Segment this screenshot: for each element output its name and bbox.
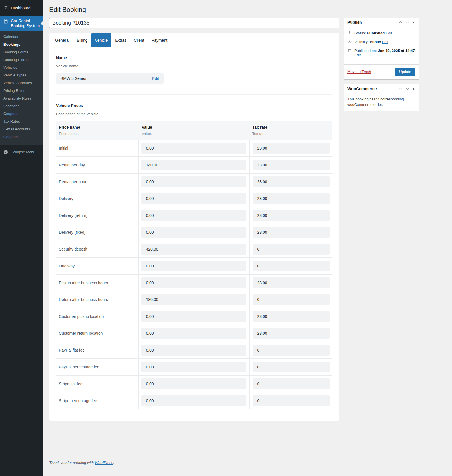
published-on-text: Published on: Jun 19, 2025 at 14:47 Edit [354, 49, 415, 57]
collapse-menu-button[interactable]: Collapse Menu [0, 146, 43, 158]
tax-rate-cell [250, 157, 332, 173]
tax-rate-input[interactable] [253, 227, 330, 238]
sidebar-item-vehicle-types[interactable]: Vehicle Types [0, 71, 43, 79]
sidebar-item-dashboard[interactable]: Dashboard [0, 2, 43, 13]
tax-rate-input[interactable] [253, 362, 330, 372]
move-up-icon[interactable] [398, 20, 403, 24]
tax-rate-cell [250, 325, 332, 342]
wordpress-link[interactable]: WordPress [95, 461, 113, 465]
price-value-input[interactable] [141, 227, 246, 238]
price-name: PayPal percentage fee [56, 359, 139, 375]
sidebar-item-pricing-rules[interactable]: Pricing Rules [0, 87, 43, 94]
tax-rate-input[interactable] [253, 143, 330, 154]
tax-rate-input[interactable] [253, 345, 330, 356]
booking-title-input[interactable] [49, 18, 339, 28]
status-edit-link[interactable]: Edit [386, 31, 392, 35]
tax-rate-cell [250, 207, 332, 224]
column-header-tax-rate: Tax rate Tax rate. [250, 125, 332, 136]
price-name: Pickup after business hours [56, 275, 139, 291]
sidebar-item-locations[interactable]: Locations [0, 102, 43, 110]
admin-footer: Thank you for creating with WordPress. [49, 461, 339, 471]
calendar-icon [3, 19, 8, 24]
price-value-input[interactable] [141, 193, 246, 204]
update-button[interactable]: Update [395, 68, 415, 76]
tab-vehicle[interactable]: Vehicle [91, 33, 111, 47]
visibility-edit-link[interactable]: Edit [382, 40, 388, 44]
tax-rate-input[interactable] [253, 261, 330, 271]
main-content: Edit Booking GeneralBillingVehicleExtras… [43, 0, 452, 476]
tab-billing[interactable]: Billing [73, 33, 91, 47]
tax-rate-input[interactable] [253, 311, 330, 322]
tax-rate-input[interactable] [253, 193, 330, 204]
sidebar-item-booking-forms[interactable]: Booking Forms [0, 48, 43, 56]
price-value-input[interactable] [141, 294, 246, 305]
tab-payment[interactable]: Payment [148, 33, 171, 47]
tax-rate-input[interactable] [253, 277, 330, 288]
price-value-cell [139, 359, 249, 375]
woocommerce-panel: WooCommerce ▲ This booking hasn't corres… [344, 84, 419, 111]
sidebar-item-booking-extras[interactable]: Booking Extras [0, 56, 43, 64]
woocommerce-panel-title: WooCommerce [347, 86, 377, 91]
price-value-input[interactable] [141, 210, 246, 221]
published-on-label: Published on: [354, 49, 377, 53]
price-row: Stripe flat fee [56, 375, 332, 392]
sidebar-item-label: Dashboard [11, 5, 31, 11]
tax-rate-input[interactable] [253, 210, 330, 221]
tax-rate-input[interactable] [253, 176, 330, 187]
sidebar-item-availability-rules[interactable]: Availability Rules [0, 94, 43, 102]
name-section-description: Vehicle name. [56, 64, 332, 68]
toggle-panel-icon[interactable]: ▲ [412, 21, 415, 24]
vehicle-prices-table: Price name Price name. Value Value. Tax … [56, 121, 332, 409]
price-value-input[interactable] [141, 176, 246, 187]
price-value-input[interactable] [141, 244, 246, 255]
tax-rate-cell [250, 258, 332, 274]
vehicle-name-edit-link[interactable]: Edit [152, 76, 159, 81]
sidebar-item-vehicles[interactable]: Vehicles [0, 64, 43, 71]
price-value-cell [139, 207, 249, 224]
price-name: Stripe percentage fee [56, 392, 139, 409]
tax-rate-input[interactable] [253, 244, 330, 255]
price-value-input[interactable] [141, 395, 246, 406]
sidebar-item-geofence[interactable]: Geofence [0, 133, 43, 141]
price-value-input[interactable] [141, 277, 246, 288]
price-value-input[interactable] [141, 378, 246, 389]
tax-rate-input[interactable] [253, 395, 330, 406]
published-on-edit-link[interactable]: Edit [354, 53, 361, 57]
price-value-input[interactable] [141, 362, 246, 372]
tab-client[interactable]: Client [130, 33, 148, 47]
tax-rate-cell [250, 275, 332, 291]
tab-general[interactable]: General [51, 33, 73, 47]
price-row: Initial [56, 140, 332, 156]
sidebar-item-vehicle-attributes[interactable]: Vehicle Attributes [0, 79, 43, 87]
price-value-input[interactable] [141, 345, 246, 356]
move-down-icon[interactable] [405, 20, 410, 24]
price-row: Rental per day [56, 156, 332, 173]
sidebar-item-bookings[interactable]: Bookings [0, 41, 43, 48]
move-up-icon[interactable] [398, 87, 403, 91]
sidebar-item-e-mail-accounts[interactable]: E-mail Accounts [0, 125, 43, 133]
price-value-input[interactable] [141, 328, 246, 339]
price-row: Security deposit [56, 241, 332, 257]
tax-rate-input[interactable] [253, 378, 330, 389]
move-down-icon[interactable] [405, 87, 410, 91]
price-value-cell [139, 275, 249, 291]
price-value-input[interactable] [141, 143, 246, 154]
vehicle-tab-content: Name Vehicle name. BMW 5 Series Edit Veh… [49, 47, 339, 409]
tax-rate-input[interactable] [253, 294, 330, 305]
price-rows: Initial Rental per day Rental per hour D… [56, 140, 332, 409]
move-to-trash-link[interactable]: Move to Trash [347, 70, 371, 74]
toggle-panel-icon[interactable]: ▲ [412, 87, 415, 90]
sidebar-item-label: Car Rental Booking System [11, 19, 40, 28]
sidebar-item-calendar[interactable]: Calendar [0, 33, 43, 41]
price-name: PayPal flat fee [56, 342, 139, 358]
sidebar-item-tax-rates[interactable]: Tax Rates [0, 118, 43, 125]
tab-extras[interactable]: Extras [111, 33, 130, 47]
sidebar-item-car-rental-booking-system[interactable]: Car Rental Booking System [0, 16, 43, 31]
price-value-input[interactable] [141, 261, 246, 271]
published-on-row: Published on: Jun 19, 2025 at 14:47 Edit [347, 49, 415, 57]
sidebar-item-coupons[interactable]: Coupons [0, 110, 43, 118]
tax-rate-input[interactable] [253, 328, 330, 339]
tax-rate-input[interactable] [253, 160, 330, 170]
price-value-input[interactable] [141, 160, 246, 170]
price-value-input[interactable] [141, 311, 246, 322]
